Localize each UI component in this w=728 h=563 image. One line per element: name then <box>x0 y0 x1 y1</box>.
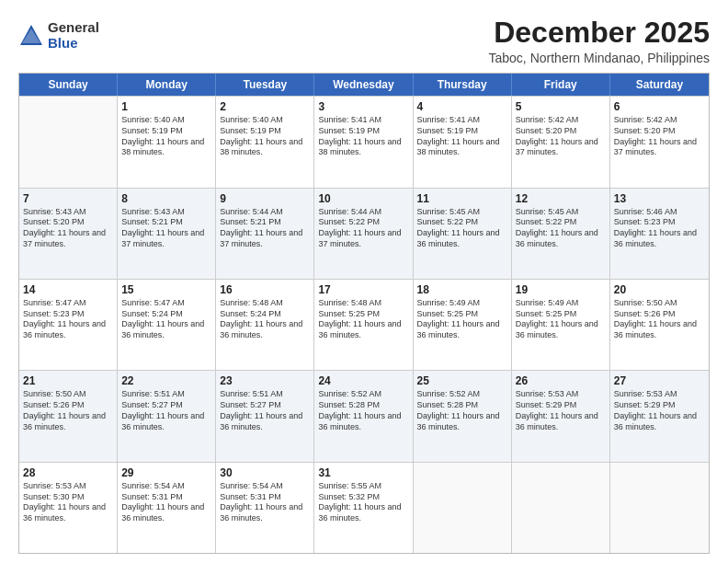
day-header-tuesday: Tuesday <box>216 74 314 96</box>
day-number: 16 <box>220 282 310 297</box>
day-number: 13 <box>614 191 705 206</box>
day-number: 12 <box>516 191 606 206</box>
day-cell-4: 4Sunrise: 5:41 AM Sunset: 5:19 PM Daylig… <box>414 97 512 187</box>
cell-info: Sunrise: 5:45 AM Sunset: 5:22 PM Dayligh… <box>417 207 507 250</box>
day-cell-29: 29Sunrise: 5:54 AM Sunset: 5:31 PM Dayli… <box>118 463 216 553</box>
day-number: 15 <box>121 282 211 297</box>
day-header-thursday: Thursday <box>414 74 512 96</box>
day-number: 6 <box>614 99 705 114</box>
day-cell-24: 24Sunrise: 5:52 AM Sunset: 5:28 PM Dayli… <box>314 371 413 461</box>
day-cell-28: 28Sunrise: 5:53 AM Sunset: 5:30 PM Dayli… <box>19 463 118 553</box>
day-number: 31 <box>318 465 408 480</box>
day-cell-18: 18Sunrise: 5:49 AM Sunset: 5:25 PM Dayli… <box>414 280 512 370</box>
day-number: 28 <box>23 465 113 480</box>
day-number: 18 <box>417 282 507 297</box>
cell-info: Sunrise: 5:49 AM Sunset: 5:25 PM Dayligh… <box>417 298 507 341</box>
logo-general: General <box>48 20 99 36</box>
day-number: 24 <box>318 373 408 388</box>
day-number: 11 <box>417 191 507 206</box>
logo-icon <box>18 23 44 49</box>
empty-cell <box>610 463 709 553</box>
day-number: 5 <box>516 99 606 114</box>
day-number: 30 <box>220 465 310 480</box>
cell-info: Sunrise: 5:53 AM Sunset: 5:29 PM Dayligh… <box>614 389 705 432</box>
calendar: SundayMondayTuesdayWednesdayThursdayFrid… <box>18 73 710 554</box>
page: General Blue December 2025 Taboc, Northe… <box>0 0 728 563</box>
cell-info: Sunrise: 5:43 AM Sunset: 5:20 PM Dayligh… <box>23 207 113 250</box>
day-cell-26: 26Sunrise: 5:53 AM Sunset: 5:29 PM Dayli… <box>512 371 610 461</box>
cell-info: Sunrise: 5:48 AM Sunset: 5:25 PM Dayligh… <box>318 298 408 341</box>
empty-cell <box>414 463 512 553</box>
calendar-week-4: 21Sunrise: 5:50 AM Sunset: 5:26 PM Dayli… <box>19 370 709 461</box>
logo-text: General Blue <box>48 20 99 51</box>
cell-info: Sunrise: 5:48 AM Sunset: 5:24 PM Dayligh… <box>220 298 310 341</box>
calendar-week-1: 1Sunrise: 5:40 AM Sunset: 5:19 PM Daylig… <box>19 96 709 187</box>
logo: General Blue <box>18 20 99 51</box>
day-number: 21 <box>23 373 113 388</box>
day-cell-11: 11Sunrise: 5:45 AM Sunset: 5:22 PM Dayli… <box>414 189 512 279</box>
day-number: 20 <box>614 282 705 297</box>
day-cell-6: 6Sunrise: 5:42 AM Sunset: 5:20 PM Daylig… <box>610 97 709 187</box>
day-number: 23 <box>220 373 310 388</box>
day-cell-5: 5Sunrise: 5:42 AM Sunset: 5:20 PM Daylig… <box>512 97 610 187</box>
cell-info: Sunrise: 5:45 AM Sunset: 5:22 PM Dayligh… <box>516 207 606 250</box>
day-cell-3: 3Sunrise: 5:41 AM Sunset: 5:19 PM Daylig… <box>314 97 413 187</box>
location: Taboc, Northern Mindanao, Philippines <box>489 51 710 65</box>
day-number: 27 <box>614 373 705 388</box>
calendar-week-3: 14Sunrise: 5:47 AM Sunset: 5:23 PM Dayli… <box>19 279 709 370</box>
day-cell-20: 20Sunrise: 5:50 AM Sunset: 5:26 PM Dayli… <box>610 280 709 370</box>
day-cell-1: 1Sunrise: 5:40 AM Sunset: 5:19 PM Daylig… <box>118 97 216 187</box>
cell-info: Sunrise: 5:44 AM Sunset: 5:22 PM Dayligh… <box>318 207 408 250</box>
calendar-header: SundayMondayTuesdayWednesdayThursdayFrid… <box>19 74 709 96</box>
day-cell-12: 12Sunrise: 5:45 AM Sunset: 5:22 PM Dayli… <box>512 189 610 279</box>
day-number: 3 <box>318 99 408 114</box>
cell-info: Sunrise: 5:53 AM Sunset: 5:30 PM Dayligh… <box>23 481 113 524</box>
day-cell-27: 27Sunrise: 5:53 AM Sunset: 5:29 PM Dayli… <box>610 371 709 461</box>
cell-info: Sunrise: 5:41 AM Sunset: 5:19 PM Dayligh… <box>318 115 408 158</box>
cell-info: Sunrise: 5:40 AM Sunset: 5:19 PM Dayligh… <box>220 115 310 158</box>
day-cell-21: 21Sunrise: 5:50 AM Sunset: 5:26 PM Dayli… <box>19 371 118 461</box>
day-cell-25: 25Sunrise: 5:52 AM Sunset: 5:28 PM Dayli… <box>414 371 512 461</box>
day-number: 14 <box>23 282 113 297</box>
day-header-saturday: Saturday <box>610 74 709 96</box>
cell-info: Sunrise: 5:50 AM Sunset: 5:26 PM Dayligh… <box>614 298 705 341</box>
day-cell-13: 13Sunrise: 5:46 AM Sunset: 5:23 PM Dayli… <box>610 189 709 279</box>
cell-info: Sunrise: 5:51 AM Sunset: 5:27 PM Dayligh… <box>220 389 310 432</box>
day-number: 17 <box>318 282 408 297</box>
cell-info: Sunrise: 5:41 AM Sunset: 5:19 PM Dayligh… <box>417 115 507 158</box>
calendar-week-2: 7Sunrise: 5:43 AM Sunset: 5:20 PM Daylig… <box>19 188 709 279</box>
cell-info: Sunrise: 5:54 AM Sunset: 5:31 PM Dayligh… <box>121 481 211 524</box>
cell-info: Sunrise: 5:47 AM Sunset: 5:23 PM Dayligh… <box>23 298 113 341</box>
cell-info: Sunrise: 5:55 AM Sunset: 5:32 PM Dayligh… <box>318 481 408 524</box>
cell-info: Sunrise: 5:43 AM Sunset: 5:21 PM Dayligh… <box>121 207 211 250</box>
day-number: 1 <box>121 99 211 114</box>
day-cell-15: 15Sunrise: 5:47 AM Sunset: 5:24 PM Dayli… <box>118 280 216 370</box>
logo-blue: Blue <box>48 36 99 52</box>
day-number: 26 <box>516 373 606 388</box>
day-number: 10 <box>318 191 408 206</box>
day-number: 4 <box>417 99 507 114</box>
day-cell-30: 30Sunrise: 5:54 AM Sunset: 5:31 PM Dayli… <box>216 463 314 553</box>
cell-info: Sunrise: 5:44 AM Sunset: 5:21 PM Dayligh… <box>220 207 310 250</box>
day-number: 25 <box>417 373 507 388</box>
day-cell-9: 9Sunrise: 5:44 AM Sunset: 5:21 PM Daylig… <box>216 189 314 279</box>
cell-info: Sunrise: 5:40 AM Sunset: 5:19 PM Dayligh… <box>121 115 211 158</box>
day-cell-31: 31Sunrise: 5:55 AM Sunset: 5:32 PM Dayli… <box>314 463 413 553</box>
cell-info: Sunrise: 5:53 AM Sunset: 5:29 PM Dayligh… <box>516 389 606 432</box>
empty-cell <box>19 97 118 187</box>
cell-info: Sunrise: 5:42 AM Sunset: 5:20 PM Dayligh… <box>516 115 606 158</box>
day-header-wednesday: Wednesday <box>314 74 413 96</box>
calendar-week-5: 28Sunrise: 5:53 AM Sunset: 5:30 PM Dayli… <box>19 462 709 553</box>
day-cell-16: 16Sunrise: 5:48 AM Sunset: 5:24 PM Dayli… <box>216 280 314 370</box>
cell-info: Sunrise: 5:52 AM Sunset: 5:28 PM Dayligh… <box>318 389 408 432</box>
day-number: 19 <box>516 282 606 297</box>
cell-info: Sunrise: 5:51 AM Sunset: 5:27 PM Dayligh… <box>121 389 211 432</box>
day-cell-7: 7Sunrise: 5:43 AM Sunset: 5:20 PM Daylig… <box>19 189 118 279</box>
header: General Blue December 2025 Taboc, Northe… <box>18 17 710 65</box>
day-number: 7 <box>23 191 113 206</box>
cell-info: Sunrise: 5:46 AM Sunset: 5:23 PM Dayligh… <box>614 207 705 250</box>
day-cell-14: 14Sunrise: 5:47 AM Sunset: 5:23 PM Dayli… <box>19 280 118 370</box>
month-year: December 2025 <box>489 17 710 49</box>
cell-info: Sunrise: 5:42 AM Sunset: 5:20 PM Dayligh… <box>614 115 705 158</box>
title-block: December 2025 Taboc, Northern Mindanao, … <box>489 17 710 65</box>
